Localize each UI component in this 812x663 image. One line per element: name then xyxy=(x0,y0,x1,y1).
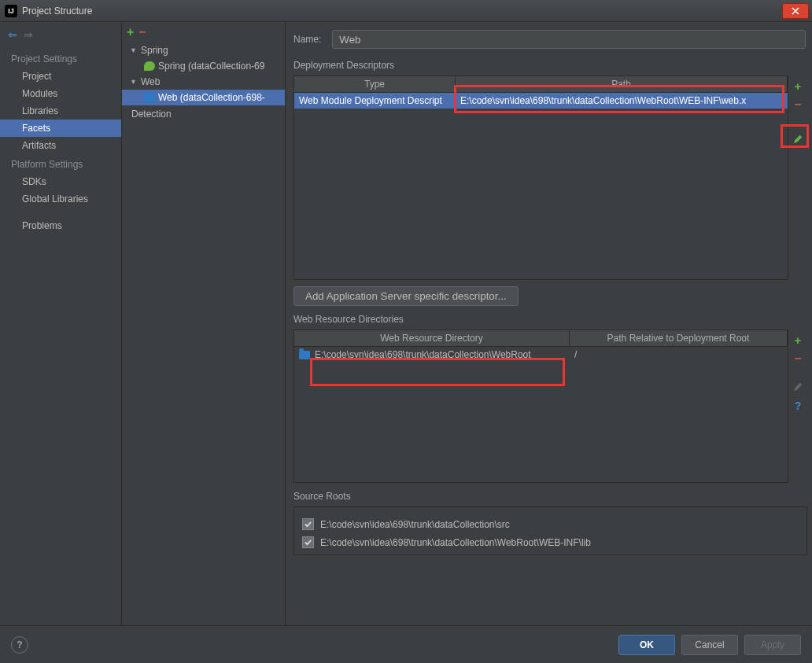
source-root-row[interactable]: E:\code\svn\idea\698\trunk\dataCollectio… xyxy=(302,533,799,551)
folder-icon xyxy=(299,351,310,359)
wr-remove-icon[interactable]: − xyxy=(791,352,805,366)
tree-node-web-child[interactable]: Web (dataCollection-698- xyxy=(122,90,285,105)
dialog-footer: ? OK Cancel Apply xyxy=(0,625,812,663)
sidebar-item-artifacts[interactable]: Artifacts xyxy=(0,137,121,154)
add-facet-icon[interactable]: + xyxy=(127,25,134,39)
titlebar: IJ Project Structure xyxy=(0,0,812,22)
wr-row[interactable]: E:\code\svn\idea\698\trunk\dataCollectio… xyxy=(294,347,788,363)
wr-col-dir: Web Resource Directory xyxy=(294,330,570,346)
chevron-down-icon: ▼ xyxy=(130,46,138,54)
remove-facet-icon[interactable]: − xyxy=(138,25,146,39)
spring-icon xyxy=(144,61,155,71)
sidebar-item-problems[interactable]: Problems xyxy=(0,217,121,234)
dd-col-type: Type xyxy=(294,76,456,92)
ok-button[interactable]: OK xyxy=(618,635,675,655)
web-icon xyxy=(144,93,155,102)
window-title: Project Structure xyxy=(22,6,92,17)
dd-col-path: Path xyxy=(456,76,788,92)
checkbox-checked-icon[interactable] xyxy=(302,518,314,530)
source-root-row[interactable]: E:\code\svn\idea\698\trunk\dataCollectio… xyxy=(302,515,799,533)
wr-add-icon[interactable]: + xyxy=(791,333,805,347)
dd-edit-icon[interactable] xyxy=(791,132,805,146)
facet-name-input[interactable] xyxy=(332,30,806,49)
sidebar-item-global-libraries[interactable]: Global Libraries xyxy=(0,190,121,208)
left-sidebar: ⇐ ⇒ Project Settings Project Modules Lib… xyxy=(0,22,122,625)
wr-col-rel: Path Relative to Deployment Root xyxy=(570,330,788,346)
window-close-button[interactable] xyxy=(782,3,809,19)
facets-tree-pane: + − ▼ Spring Spring (dataCollection-69 ▼… xyxy=(122,22,286,625)
web-resource-dirs-table[interactable]: Web Resource Directory Path Relative to … xyxy=(293,330,788,483)
dd-remove-icon[interactable]: − xyxy=(791,98,805,112)
sidebar-item-project[interactable]: Project xyxy=(0,68,121,85)
sidebar-item-modules[interactable]: Modules xyxy=(0,85,121,102)
main-panel: Name: Deployment Descriptors Type Path W… xyxy=(286,22,812,625)
tree-node-web[interactable]: ▼ Web xyxy=(122,74,285,90)
help-button[interactable]: ? xyxy=(11,636,28,654)
sidebar-item-sdks[interactable]: SDKs xyxy=(0,173,121,190)
dd-add-icon[interactable]: + xyxy=(791,79,805,93)
cancel-button[interactable]: Cancel xyxy=(681,635,738,655)
nav-back-icon[interactable]: ⇐ xyxy=(8,28,17,41)
project-settings-header: Project Settings xyxy=(0,49,121,68)
add-descriptor-button[interactable]: Add Application Server specific descript… xyxy=(293,286,519,306)
deployment-descriptors-label: Deployment Descriptors xyxy=(293,60,807,71)
apply-button[interactable]: Apply xyxy=(744,635,801,655)
source-roots-label: Source Roots xyxy=(293,491,807,502)
platform-settings-header: Platform Settings xyxy=(0,154,121,173)
wr-help-icon[interactable]: ? xyxy=(791,399,805,413)
dd-row[interactable]: Web Module Deployment Descript E:\code\s… xyxy=(294,93,788,109)
sidebar-item-libraries[interactable]: Libraries xyxy=(0,102,121,120)
deployment-descriptors-table[interactable]: Type Path Web Module Deployment Descript… xyxy=(293,76,788,280)
tree-node-spring[interactable]: ▼ Spring xyxy=(122,42,285,58)
detection-link[interactable]: Detection xyxy=(122,105,285,123)
checkbox-checked-icon[interactable] xyxy=(302,536,314,548)
web-resource-dirs-label: Web Resource Directories xyxy=(293,314,807,325)
sidebar-item-facets[interactable]: Facets xyxy=(0,120,121,137)
name-label: Name: xyxy=(293,34,321,45)
chevron-down-icon: ▼ xyxy=(130,78,138,86)
tree-node-spring-child[interactable]: Spring (dataCollection-69 xyxy=(122,58,285,74)
wr-edit-icon[interactable] xyxy=(791,380,805,394)
app-icon: IJ xyxy=(5,5,17,17)
nav-forward-icon[interactable]: ⇒ xyxy=(24,28,33,41)
source-roots-panel: E:\code\svn\idea\698\trunk\dataCollectio… xyxy=(293,506,807,555)
